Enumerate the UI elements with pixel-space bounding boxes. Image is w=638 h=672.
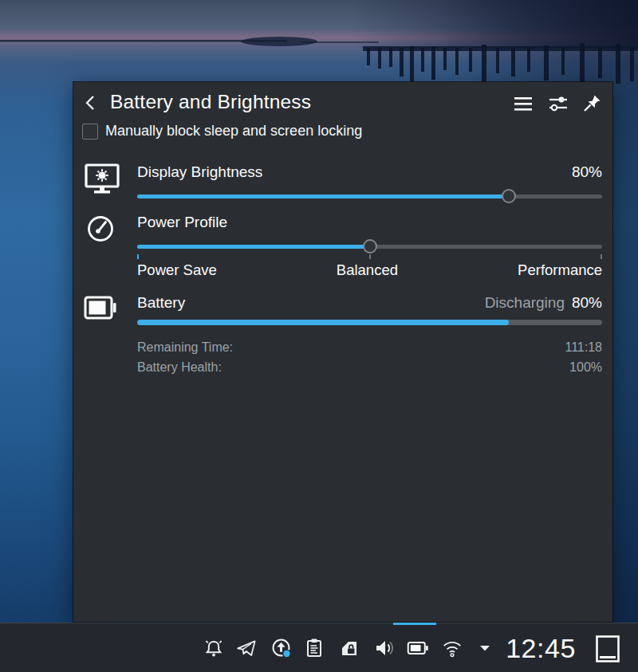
- brightness-slider-fill: [137, 195, 509, 198]
- telegram-icon[interactable]: [235, 623, 258, 672]
- vault-lock-icon[interactable]: [338, 623, 360, 672]
- popup-title: Battery and Brightness: [110, 91, 311, 113]
- power-profile-options: Power Save Balanced Performance: [137, 261, 602, 279]
- battery-progress-bar: [137, 320, 602, 325]
- battery-row: Battery Discharging80% Remaining Time: 1…: [137, 294, 602, 375]
- battery-progress-fill: [137, 320, 509, 325]
- battery-label: Battery: [137, 294, 185, 312]
- battery-health-label: Battery Health:: [137, 360, 222, 375]
- monitor-brightness-icon: [84, 163, 120, 196]
- battery-brightness-popup: Battery and Brightness Manually block sl…: [73, 82, 612, 622]
- show-desktop-icon[interactable]: [595, 635, 620, 663]
- configure-sliders-icon[interactable]: [547, 92, 569, 115]
- brightness-label: Display Brightness: [137, 163, 262, 181]
- taskbar: 12:45: [0, 623, 638, 672]
- tick-power-save: [137, 254, 139, 259]
- power-profile-ticks: [137, 254, 602, 260]
- battery-icon: [84, 296, 117, 320]
- wifi-icon[interactable]: [441, 623, 463, 672]
- remaining-time-value: 111:18: [565, 340, 602, 355]
- tick-performance: [601, 254, 602, 259]
- battery-detail-row: Remaining Time: 111:18: [137, 340, 602, 355]
- battery-tray-icon[interactable]: [407, 623, 429, 672]
- desktop-wallpaper: Battery and Brightness Manually block sl…: [0, 0, 638, 672]
- power-profile-slider-fill: [137, 245, 370, 249]
- option-performance[interactable]: Performance: [518, 261, 602, 279]
- battery-percent: 80%: [572, 294, 602, 311]
- tick-balanced: [369, 254, 371, 259]
- power-profile-slider-handle[interactable]: [363, 239, 377, 253]
- block-sleep-checkbox[interactable]: [82, 124, 98, 140]
- power-profile-slider[interactable]: [137, 238, 602, 254]
- brightness-slider-handle[interactable]: [502, 189, 516, 203]
- speedometer-icon: [85, 214, 116, 244]
- battery-status: Discharging: [485, 294, 565, 311]
- power-profile-label: Power Profile: [137, 214, 227, 231]
- brightness-row: Display Brightness 80%: [137, 163, 602, 204]
- clock[interactable]: 12:45: [501, 623, 581, 672]
- brightness-slider[interactable]: [137, 188, 602, 204]
- notifications-bell-icon[interactable]: [203, 623, 225, 672]
- option-balanced[interactable]: Balanced: [337, 261, 398, 279]
- volume-icon[interactable]: [373, 623, 396, 672]
- power-profile-row: Power Profile Power Save Balanced Perfor…: [137, 214, 602, 279]
- battery-detail-row: Battery Health: 100%: [137, 360, 602, 375]
- popup-header: Battery and Brightness: [73, 82, 612, 120]
- remaining-time-label: Remaining Time:: [137, 340, 233, 355]
- clipboard-icon[interactable]: [303, 623, 325, 672]
- expand-chevron-icon[interactable]: [474, 623, 496, 672]
- block-sleep-checkbox-row[interactable]: Manually block sleep and screen locking: [82, 123, 362, 140]
- hamburger-menu-icon[interactable]: [512, 92, 534, 115]
- option-power-save[interactable]: Power Save: [137, 261, 217, 279]
- block-sleep-label: Manually block sleep and screen locking: [105, 123, 362, 140]
- software-updates-icon[interactable]: [270, 623, 293, 672]
- back-arrow-icon[interactable]: [81, 92, 102, 113]
- battery-health-value: 100%: [569, 360, 602, 375]
- pin-icon[interactable]: [581, 92, 603, 115]
- brightness-value: 80%: [572, 163, 602, 181]
- battery-status-value: Discharging80%: [485, 294, 602, 312]
